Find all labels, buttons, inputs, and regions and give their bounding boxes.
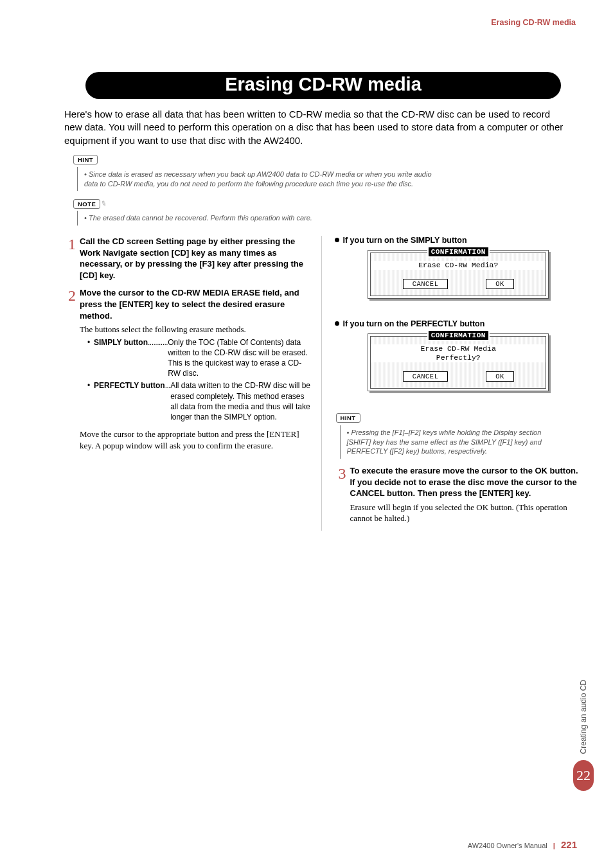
step-2: 2 Move the cursor to the CD-RW MEDIA ERA… <box>64 287 312 451</box>
left-column: 1 Call the CD screen Setting page by eit… <box>64 236 321 531</box>
note-callout-1: NOTE✎ • The erased data cannot be recove… <box>73 197 582 226</box>
section-header: Erasing CD-RW media <box>64 18 576 27</box>
simply-button-bullet: • SIMPLY button ........... Only the TOC… <box>87 337 312 379</box>
step-number: 1 <box>64 236 80 281</box>
hint-callout-1: HINT • Since data is erased as necessary… <box>73 154 582 191</box>
footer: AW2400 Owner's Manual | 221 <box>468 839 577 850</box>
hint-label: HINT <box>73 155 98 164</box>
simply-case-label: If you turn on the SIMPLY button <box>343 236 467 245</box>
cancel-button[interactable]: CANCEL <box>403 279 449 289</box>
chapter-number: 22 <box>573 760 594 791</box>
dots: ... <box>165 380 171 422</box>
page-title: Erasing CD-RW media <box>85 72 561 99</box>
perfectly-case-head: If you turn on the PERFECTLY button <box>335 319 583 328</box>
dots: ........... <box>148 337 168 379</box>
intro-paragraph: Here's how to erase all data that has be… <box>64 108 569 147</box>
step-3-head: To execute the erasure move the cursor t… <box>350 465 583 499</box>
hint-text: Since data is erased as necessary when y… <box>84 170 432 188</box>
step-1: 1 Call the CD screen Setting page by eit… <box>64 236 312 281</box>
note-text: The erased data cannot be recovered. Per… <box>89 214 312 222</box>
step-number: 2 <box>64 287 80 451</box>
step-3: 3 To execute the erasure move the cursor… <box>335 465 583 524</box>
step-1-head: Call the CD screen Setting page by eithe… <box>80 236 312 281</box>
step-2-head: Move the cursor to the CD-RW MEDIA ERASE… <box>80 287 312 321</box>
hint-text: Pressing the [F1]–[F2] keys while holdin… <box>347 429 542 456</box>
simply-case-head: If you turn on the SIMPLY button <box>335 236 583 245</box>
note-body: • The erased data cannot be recovered. P… <box>77 211 444 226</box>
page-number: 221 <box>561 839 577 850</box>
chapter-label: Creating an audio CD <box>579 680 588 754</box>
perfectly-desc: All data written to the CD-RW disc will … <box>170 380 312 422</box>
right-column: If you turn on the SIMPLY button CONFIRM… <box>321 236 583 531</box>
simply-desc: Only the TOC (Table Of Contents) data wr… <box>168 337 312 379</box>
hint-body: • Since data is erased as necessary when… <box>77 167 444 191</box>
confirmation-dialog-simply: CONFIRMATION Erase CD-RW Media? CANCEL O… <box>368 250 549 299</box>
manual-name: AW2400 Owner's Manual <box>468 842 547 849</box>
step-2-text: The buttons select the following erasure… <box>80 324 312 335</box>
hint-callout-2: HINT • Pressing the [F1]–[F2] keys while… <box>336 412 583 459</box>
hint-label: HINT <box>336 413 360 423</box>
cancel-button[interactable]: CANCEL <box>403 371 449 382</box>
step-3-text: Erasure will begin if you selected the O… <box>350 502 583 524</box>
perfectly-button-bullet: • PERFECTLY button ... All data written … <box>87 380 312 422</box>
dialog-message-perfectly: Erase CD-RW Media Perfectly? <box>371 344 546 362</box>
confirmation-dialog-perfectly: CONFIRMATION Erase CD-RW Media Perfectly… <box>368 333 549 391</box>
perfectly-case-label: If you turn on the PERFECTLY button <box>343 319 485 328</box>
step-number: 3 <box>335 465 350 524</box>
perfectly-label: PERFECTLY button <box>94 380 165 422</box>
dialog-message-simply: Erase CD-RW Media? <box>371 261 546 270</box>
simply-label: SIMPLY button <box>94 337 148 379</box>
side-tab: Creating an audio CD 22 <box>573 680 594 791</box>
ok-button[interactable]: OK <box>486 279 514 289</box>
step-2-tail: Move the cursor to the appropriate butto… <box>80 429 312 451</box>
dialog-title: CONFIRMATION <box>371 248 546 256</box>
pencil-icon: ✎ <box>100 199 108 209</box>
ok-button[interactable]: OK <box>486 371 514 382</box>
hint-body: • Pressing the [F1]–[F2] keys while hold… <box>340 425 553 459</box>
note-label: NOTE <box>73 199 100 209</box>
dialog-title: CONFIRMATION <box>371 332 546 339</box>
